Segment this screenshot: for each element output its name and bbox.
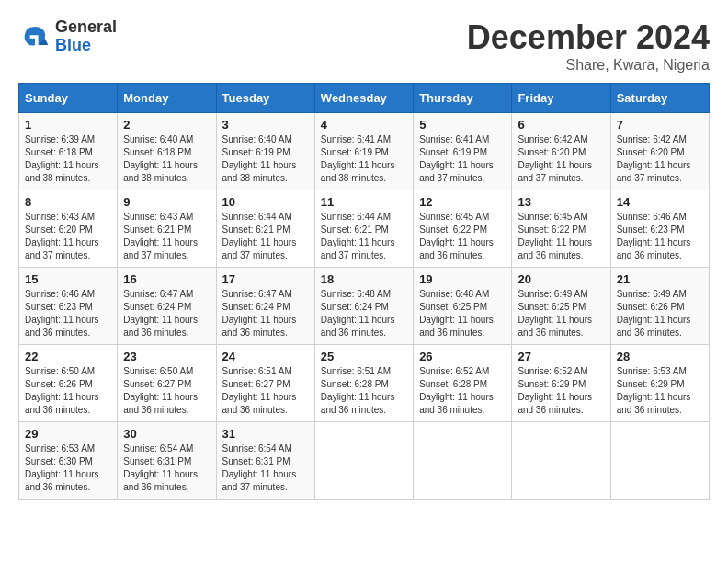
day-info: Sunrise: 6:50 AM Sunset: 6:27 PM Dayligh…: [123, 365, 210, 417]
logo-general-text: General: [55, 17, 117, 36]
day-info: Sunrise: 6:53 AM Sunset: 6:30 PM Dayligh…: [25, 442, 111, 494]
day-number: 27: [518, 350, 604, 363]
calendar-table: SundayMondayTuesdayWednesdayThursdayFrid…: [18, 83, 710, 500]
calendar-day-cell: 14Sunrise: 6:46 AM Sunset: 6:23 PM Dayli…: [610, 190, 709, 268]
day-info: Sunrise: 6:54 AM Sunset: 6:31 PM Dayligh…: [123, 442, 210, 494]
calendar-day-cell: [314, 422, 413, 500]
day-number: 17: [222, 272, 309, 286]
day-number: 1: [25, 118, 111, 132]
calendar-day-cell: 12Sunrise: 6:45 AM Sunset: 6:22 PM Dayli…: [414, 190, 512, 268]
calendar-day-cell: 2Sunrise: 6:40 AM Sunset: 6:18 PM Daylig…: [118, 113, 216, 190]
calendar-day-cell: 1Sunrise: 6:39 AM Sunset: 6:18 PM Daylig…: [19, 113, 118, 190]
day-info: Sunrise: 6:47 AM Sunset: 6:24 PM Dayligh…: [222, 288, 309, 339]
day-info: Sunrise: 6:44 AM Sunset: 6:21 PM Dayligh…: [222, 211, 309, 262]
day-info: Sunrise: 6:49 AM Sunset: 6:26 PM Dayligh…: [617, 288, 703, 339]
day-number: 29: [25, 427, 111, 441]
day-number: 22: [25, 350, 111, 363]
calendar-day-cell: 22Sunrise: 6:50 AM Sunset: 6:26 PM Dayli…: [19, 345, 118, 422]
day-info: Sunrise: 6:47 AM Sunset: 6:24 PM Dayligh…: [123, 288, 210, 339]
day-info: Sunrise: 6:53 AM Sunset: 6:29 PM Dayligh…: [617, 365, 703, 417]
day-number: 9: [123, 195, 210, 209]
calendar-day-cell: 18Sunrise: 6:48 AM Sunset: 6:24 PM Dayli…: [314, 268, 413, 345]
calendar-day-cell: 25Sunrise: 6:51 AM Sunset: 6:28 PM Dayli…: [314, 345, 413, 422]
calendar-day-cell: 24Sunrise: 6:51 AM Sunset: 6:27 PM Dayli…: [216, 345, 314, 422]
day-info: Sunrise: 6:39 AM Sunset: 6:18 PM Dayligh…: [25, 133, 111, 185]
day-info: Sunrise: 6:42 AM Sunset: 6:20 PM Dayligh…: [617, 133, 703, 185]
day-number: 23: [123, 350, 210, 363]
calendar-day-cell: 10Sunrise: 6:44 AM Sunset: 6:21 PM Dayli…: [216, 190, 314, 268]
day-number: 2: [123, 118, 210, 132]
day-number: 6: [518, 118, 604, 132]
logo: General Blue: [18, 18, 117, 55]
calendar-day-cell: 9Sunrise: 6:43 AM Sunset: 6:21 PM Daylig…: [118, 190, 216, 268]
day-header-row: SundayMondayTuesdayWednesdayThursdayFrid…: [19, 84, 710, 113]
calendar-day-cell: 6Sunrise: 6:42 AM Sunset: 6:20 PM Daylig…: [512, 113, 610, 190]
calendar-day-cell: 27Sunrise: 6:52 AM Sunset: 6:29 PM Dayli…: [512, 345, 610, 422]
calendar-day-cell: 29Sunrise: 6:53 AM Sunset: 6:30 PM Dayli…: [19, 422, 118, 500]
day-info: Sunrise: 6:48 AM Sunset: 6:24 PM Dayligh…: [321, 288, 407, 339]
day-number: 7: [617, 118, 703, 132]
day-number: 4: [321, 118, 407, 132]
day-info: Sunrise: 6:45 AM Sunset: 6:22 PM Dayligh…: [518, 211, 604, 262]
day-info: Sunrise: 6:43 AM Sunset: 6:20 PM Dayligh…: [25, 211, 111, 262]
day-of-week-header: Sunday: [19, 84, 118, 113]
logo-blue-text: Blue: [55, 36, 91, 54]
day-number: 5: [419, 118, 506, 132]
day-number: 31: [222, 427, 309, 441]
main-title: December 2024: [467, 18, 710, 57]
day-info: Sunrise: 6:41 AM Sunset: 6:19 PM Dayligh…: [419, 133, 506, 185]
calendar-day-cell: 21Sunrise: 6:49 AM Sunset: 6:26 PM Dayli…: [610, 268, 709, 345]
day-info: Sunrise: 6:52 AM Sunset: 6:28 PM Dayligh…: [419, 365, 506, 417]
calendar-body: 1Sunrise: 6:39 AM Sunset: 6:18 PM Daylig…: [19, 113, 710, 500]
day-info: Sunrise: 6:42 AM Sunset: 6:20 PM Dayligh…: [518, 133, 604, 185]
day-info: Sunrise: 6:52 AM Sunset: 6:29 PM Dayligh…: [518, 365, 604, 417]
day-info: Sunrise: 6:51 AM Sunset: 6:27 PM Dayligh…: [222, 365, 309, 417]
day-number: 11: [321, 195, 407, 209]
calendar-day-cell: 4Sunrise: 6:41 AM Sunset: 6:19 PM Daylig…: [314, 113, 413, 190]
day-info: Sunrise: 6:46 AM Sunset: 6:23 PM Dayligh…: [617, 211, 703, 262]
day-number: 24: [222, 350, 309, 363]
calendar-week-row: 29Sunrise: 6:53 AM Sunset: 6:30 PM Dayli…: [19, 422, 710, 500]
day-number: 15: [25, 272, 111, 286]
subtitle: Share, Kwara, Nigeria: [467, 57, 710, 74]
calendar-day-cell: [610, 422, 709, 500]
day-of-week-header: Monday: [118, 84, 216, 113]
day-info: Sunrise: 6:43 AM Sunset: 6:21 PM Dayligh…: [123, 211, 210, 262]
day-number: 8: [25, 195, 111, 209]
calendar-day-cell: 20Sunrise: 6:49 AM Sunset: 6:25 PM Dayli…: [512, 268, 610, 345]
day-info: Sunrise: 6:40 AM Sunset: 6:19 PM Dayligh…: [222, 133, 309, 185]
day-number: 28: [617, 350, 703, 363]
day-info: Sunrise: 6:51 AM Sunset: 6:28 PM Dayligh…: [321, 365, 407, 417]
logo-icon: [18, 20, 51, 53]
day-number: 13: [518, 195, 604, 209]
calendar-day-cell: 23Sunrise: 6:50 AM Sunset: 6:27 PM Dayli…: [118, 345, 216, 422]
day-info: Sunrise: 6:41 AM Sunset: 6:19 PM Dayligh…: [321, 133, 407, 185]
day-info: Sunrise: 6:48 AM Sunset: 6:25 PM Dayligh…: [419, 288, 506, 339]
calendar-day-cell: 8Sunrise: 6:43 AM Sunset: 6:20 PM Daylig…: [19, 190, 118, 268]
calendar-day-cell: 17Sunrise: 6:47 AM Sunset: 6:24 PM Dayli…: [216, 268, 314, 345]
day-number: 18: [321, 272, 407, 286]
day-number: 12: [419, 195, 506, 209]
day-of-week-header: Tuesday: [216, 84, 314, 113]
calendar-day-cell: 15Sunrise: 6:46 AM Sunset: 6:23 PM Dayli…: [19, 268, 118, 345]
day-number: 30: [123, 427, 210, 441]
calendar-week-row: 8Sunrise: 6:43 AM Sunset: 6:20 PM Daylig…: [19, 190, 710, 268]
day-of-week-header: Saturday: [610, 84, 709, 113]
calendar-day-cell: 31Sunrise: 6:54 AM Sunset: 6:31 PM Dayli…: [216, 422, 314, 500]
calendar-day-cell: 30Sunrise: 6:54 AM Sunset: 6:31 PM Dayli…: [118, 422, 216, 500]
calendar-day-cell: 26Sunrise: 6:52 AM Sunset: 6:28 PM Dayli…: [414, 345, 512, 422]
day-number: 14: [617, 195, 703, 209]
day-number: 20: [518, 272, 604, 286]
calendar-day-cell: 28Sunrise: 6:53 AM Sunset: 6:29 PM Dayli…: [610, 345, 709, 422]
calendar-week-row: 1Sunrise: 6:39 AM Sunset: 6:18 PM Daylig…: [19, 113, 710, 190]
calendar-header: SundayMondayTuesdayWednesdayThursdayFrid…: [19, 84, 710, 113]
day-info: Sunrise: 6:49 AM Sunset: 6:25 PM Dayligh…: [518, 288, 604, 339]
calendar-day-cell: 16Sunrise: 6:47 AM Sunset: 6:24 PM Dayli…: [118, 268, 216, 345]
day-info: Sunrise: 6:50 AM Sunset: 6:26 PM Dayligh…: [25, 365, 111, 417]
day-number: 10: [222, 195, 309, 209]
day-of-week-header: Thursday: [414, 84, 512, 113]
day-number: 26: [419, 350, 506, 363]
calendar-day-cell: 7Sunrise: 6:42 AM Sunset: 6:20 PM Daylig…: [610, 113, 709, 190]
day-info: Sunrise: 6:40 AM Sunset: 6:18 PM Dayligh…: [123, 133, 210, 185]
page-header: General Blue December 2024 Share, Kwara,…: [18, 18, 710, 74]
